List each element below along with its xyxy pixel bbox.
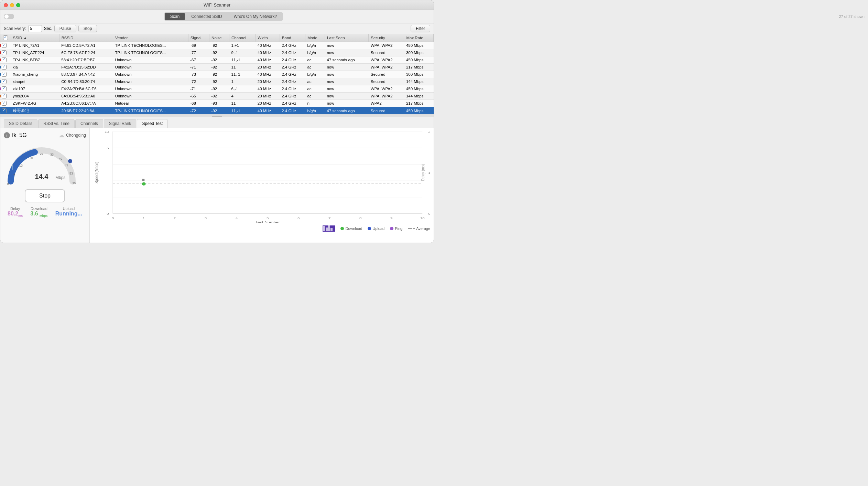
row-checkbox[interactable]	[2, 65, 7, 70]
download-data-point	[142, 182, 145, 186]
col-header-check	[0, 34, 11, 42]
tab-signal-rank[interactable]: Signal Rank	[104, 119, 137, 128]
select-all-checkbox[interactable]	[3, 35, 8, 40]
legend-download: Download	[340, 226, 362, 231]
col-header-bssid[interactable]: BSSID	[59, 34, 113, 42]
row-checkbox[interactable]	[2, 50, 7, 55]
cell-bssid: 6A:DB:54:95:31:A0	[59, 93, 113, 100]
cell-max_rate: 300 Mbps	[404, 71, 434, 78]
download-label: Download	[30, 207, 47, 211]
cell-band: 2.4 GHz	[280, 42, 305, 49]
cell-bssid: 88:C3:97:B4:A7:42	[59, 71, 113, 78]
stop-button[interactable]: Stop	[78, 25, 97, 32]
cell-band: 2.4 GHz	[280, 49, 305, 56]
col-header-ssid[interactable]: SSID ▲	[11, 34, 59, 42]
tab-whos-on[interactable]: Who's On My Network?	[228, 13, 283, 20]
tab-connected-ssid[interactable]: Connected SSID	[186, 13, 227, 20]
cell-last_seen: 47 seconds ago	[325, 56, 368, 64]
cell-mode: ac	[305, 78, 325, 85]
col-header-vendor[interactable]: Vendor	[113, 34, 188, 42]
average-legend-label: Average	[416, 226, 430, 231]
pause-button[interactable]: Pause	[54, 25, 76, 32]
col-header-security[interactable]: Security	[369, 34, 404, 42]
wifi-toggle[interactable]	[4, 14, 14, 19]
tab-speed-test[interactable]: Speed Test	[137, 119, 168, 128]
row-checkbox[interactable]	[2, 108, 7, 113]
table-header-row: SSID ▲ BSSID Vendor Signal Noise Channel…	[0, 34, 434, 42]
svg-text:33: 33	[50, 153, 54, 156]
scan-interval-input[interactable]	[28, 25, 42, 32]
cell-ssid: ZSKFW-2.4G	[11, 100, 59, 107]
cell-security: WPA, WPA2	[369, 85, 404, 93]
cell-width: 20 MHz	[256, 93, 280, 100]
cell-last_seen: now	[325, 78, 368, 85]
ssid-color-dot	[0, 109, 1, 112]
metrics-row: Delay 80.2ms Download 3.6 Mbps Upload	[4, 207, 86, 218]
table-row[interactable]: xixi107F4:2A:7D:BA:6C:E6Unknown-71-926,-…	[0, 85, 434, 93]
table-row[interactable]: ZSKFW-2.4GA4:2B:8C:86:D7:7ANetgear-68-93…	[0, 100, 434, 107]
svg-text:9: 9	[390, 216, 393, 220]
svg-text:53: 53	[69, 172, 73, 175]
col-header-max-rate[interactable]: Max Rate	[404, 34, 434, 42]
table-row[interactable]: xiaF4:2A:7D:15:62:DDUnknown-71-921120 MH…	[0, 64, 434, 71]
filter-button[interactable]: Filter	[411, 25, 430, 32]
cell-last_seen: 47 seconds ago	[325, 107, 368, 115]
ssid-color-dot	[0, 51, 1, 54]
table-row[interactable]: TP-LINK_A7E2246C:E8:73:A7:E2:24TP-LINK T…	[0, 49, 434, 56]
traffic-lights	[4, 3, 20, 7]
maximize-button[interactable]	[16, 3, 20, 7]
close-button[interactable]	[4, 3, 8, 7]
row-checkbox[interactable]	[2, 79, 7, 84]
col-header-last-seen[interactable]: Last Seen	[325, 34, 368, 42]
table-row[interactable]: TP-LINK_72A1F4:83:CD:5F:72:A1TP-LINK TEC…	[0, 42, 434, 49]
speed-chart: 10 5 0 200 100 0 0 1 2 3 4 5 6 7 8	[93, 131, 430, 223]
cell-bssid: 6C:E8:73:A7:E2:24	[59, 49, 113, 56]
cell-vendor: Unknown	[113, 56, 188, 64]
cell-mode: ac	[305, 85, 325, 93]
cloud-icon: ☁	[58, 131, 65, 139]
cell-last_seen: now	[325, 100, 368, 107]
minimize-button[interactable]	[10, 3, 14, 7]
table-row[interactable]: 臻哥豪宅20:6B:E7:22:49:8ATP-LINK TECHNOLOGIE…	[0, 107, 434, 115]
table-row[interactable]: xiaopeiC0:B4:7D:80:20:74Unknown-72-92120…	[0, 78, 434, 85]
row-checkbox[interactable]	[2, 43, 7, 48]
col-header-noise[interactable]: Noise	[209, 34, 229, 42]
svg-text:100: 100	[428, 171, 430, 175]
col-header-signal[interactable]: Signal	[188, 34, 209, 42]
cell-ssid: xia	[11, 64, 59, 71]
tab-rssi-time[interactable]: RSSI vs. Time	[38, 119, 75, 128]
cell-security: WPA2	[369, 100, 404, 107]
cell-channel: 11,-1	[229, 107, 256, 115]
cell-vendor: Unknown	[113, 64, 188, 71]
download-legend-label: Download	[345, 226, 362, 231]
cell-channel: 11	[229, 100, 256, 107]
row-checkbox[interactable]	[2, 94, 7, 98]
cell-last_seen: now	[325, 42, 368, 49]
row-checkbox[interactable]	[2, 72, 7, 77]
cell-noise: -92	[209, 93, 229, 100]
tab-ssid-details[interactable]: SSID Details	[4, 119, 37, 128]
table-row[interactable]: Xiaomi_cheng88:C3:97:B4:A7:42Unknown-73-…	[0, 71, 434, 78]
cell-last_seen: now	[325, 49, 368, 56]
col-header-width[interactable]: Width	[256, 34, 280, 42]
stop-speed-test-button[interactable]: Stop	[25, 189, 65, 202]
row-checkbox[interactable]	[2, 86, 7, 91]
svg-text:14.4: 14.4	[35, 173, 49, 180]
table-row[interactable]: yms20046A:DB:54:95:31:A0Unknown-65-92420…	[0, 93, 434, 100]
row-checkbox[interactable]	[2, 57, 7, 62]
col-header-mode[interactable]: Mode	[305, 34, 325, 42]
cell-noise: -93	[209, 100, 229, 107]
cell-last_seen: now	[325, 64, 368, 71]
svg-text:4: 4	[236, 216, 238, 220]
row-checkbox[interactable]	[2, 101, 7, 106]
cell-signal: -77	[188, 49, 209, 56]
col-header-channel[interactable]: Channel	[229, 34, 256, 42]
table-row[interactable]: TP-LINK_BFB758:41:20:E7:BF:B7Unknown-67-…	[0, 56, 434, 64]
svg-text:60: 60	[73, 181, 76, 184]
resize-handle-bar	[212, 116, 222, 117]
tab-channels[interactable]: Channels	[75, 119, 103, 128]
window-title: WiFi Scanner	[204, 2, 230, 8]
col-header-band[interactable]: Band	[280, 34, 305, 42]
cell-width: 40 MHz	[256, 85, 280, 93]
tab-scan[interactable]: Scan	[165, 13, 185, 20]
